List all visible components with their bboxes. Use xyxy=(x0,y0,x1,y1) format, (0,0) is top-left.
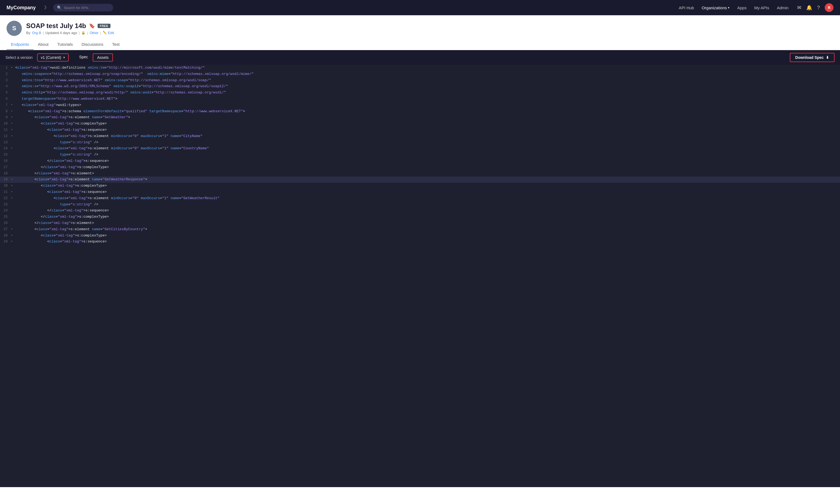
line-number: 19 xyxy=(0,177,11,182)
nav-organizations[interactable]: Organizations ▾ xyxy=(702,5,730,10)
line-content: </class="xml-tag">s:element> xyxy=(15,220,840,226)
line-number: 2 xyxy=(0,71,11,77)
dark-mode-toggle[interactable]: ☽ xyxy=(42,5,47,11)
line-number: 23 xyxy=(0,202,11,207)
collapse-toggle[interactable]: ▾ xyxy=(11,233,15,238)
code-line: 8▾ <class="xml-tag">s:schema elementForm… xyxy=(0,108,840,115)
line-content: <class="xml-tag">s:element name="GetWeat… xyxy=(15,177,840,182)
collapse-toggle[interactable]: ▾ xyxy=(11,65,15,70)
tab-tutorials[interactable]: Tutorials xyxy=(53,39,77,50)
code-line: 18 </class="xml-tag">s:element> xyxy=(0,170,840,177)
code-line: 26 </class="xml-tag">s:element> xyxy=(0,220,840,227)
org-link[interactable]: Org B xyxy=(32,31,41,35)
line-number: 13 xyxy=(0,140,11,145)
bell-icon[interactable]: 🔔 xyxy=(806,5,812,11)
code-line: 1▾<class="xml-tag">wsdl:definitions xmln… xyxy=(0,65,840,71)
line-content: <class="xml-tag">s:complexType> xyxy=(15,233,840,239)
line-content: xmlns:soapenc="http://schemas.xmlsoap.or… xyxy=(15,71,840,77)
line-content: xmlns:tns="http://www.webserviceX.NET" x… xyxy=(15,78,840,83)
bookmark-icon[interactable]: 🔖 xyxy=(89,23,95,29)
line-content: </class="xml-tag">s:sequence> xyxy=(15,158,840,164)
code-line: 17 </class="xml-tag">s:complexType> xyxy=(0,164,840,170)
line-content: <class="xml-tag">s:schema elementFormDef… xyxy=(15,109,840,114)
line-content: xmlns:http="http://schemas.xmlsoap.org/w… xyxy=(15,90,840,96)
collapse-toggle[interactable]: ▾ xyxy=(11,103,15,108)
api-header-top: S SOAP test July 14b 🔖 FREE By Org B | U… xyxy=(6,21,834,36)
api-title: SOAP test July 14b xyxy=(26,22,86,30)
email-icon[interactable]: ✉ xyxy=(797,5,801,11)
line-number: 10 xyxy=(0,121,11,126)
code-line: 14▾ <class="xml-tag">s:element minOccurs… xyxy=(0,145,840,152)
help-icon[interactable]: ? xyxy=(817,5,820,11)
tab-about[interactable]: About xyxy=(34,39,53,50)
line-content: <class="xml-tag">s:sequence> xyxy=(15,127,840,133)
line-spacer xyxy=(11,208,15,208)
nav-links: API Hub Organizations ▾ Apps My APIs Adm… xyxy=(679,5,788,10)
code-line: 2 xmlns:soapenc="http://schemas.xmlsoap.… xyxy=(0,71,840,77)
line-number: 17 xyxy=(0,165,11,170)
nav-admin[interactable]: Admin xyxy=(777,5,788,10)
chevron-down-icon: ▾ xyxy=(728,6,730,10)
line-content: </class="xml-tag">s:element> xyxy=(15,171,840,177)
collapse-toggle[interactable]: ▾ xyxy=(11,115,15,120)
collapse-toggle[interactable]: ▾ xyxy=(11,239,15,244)
code-line: 12▾ <class="xml-tag">s:element minOccurs… xyxy=(0,133,840,140)
line-number: 20 xyxy=(0,183,11,188)
line-number: 12 xyxy=(0,133,11,139)
avatar[interactable]: R xyxy=(825,3,834,12)
collapse-toggle[interactable]: ▾ xyxy=(11,133,15,139)
line-number: 6 xyxy=(0,96,11,102)
line-number: 7 xyxy=(0,103,11,108)
line-spacer xyxy=(11,202,15,202)
chevron-down-icon: ▾ xyxy=(63,56,65,59)
line-number: 24 xyxy=(0,208,11,213)
code-line: 11▾ <class="xml-tag">s:sequence> xyxy=(0,127,840,133)
code-line: 23 type="s:string" /> xyxy=(0,202,840,208)
line-content: xmlns:s="http://www.w3.org/2001/XMLSchem… xyxy=(15,84,840,89)
tab-endpoints[interactable]: Endpoints xyxy=(6,39,34,50)
search-input[interactable] xyxy=(64,6,107,10)
nav-api-hub[interactable]: API Hub xyxy=(679,5,694,10)
search-icon: 🔍 xyxy=(57,5,62,10)
tab-spec[interactable]: Spec xyxy=(75,53,92,61)
line-spacer xyxy=(11,158,15,159)
line-number: 16 xyxy=(0,158,11,164)
collapse-toggle[interactable]: ▾ xyxy=(11,146,15,151)
download-spec-button[interactable]: Download Spec ⬇ xyxy=(790,53,835,62)
collapse-toggle[interactable]: ▾ xyxy=(11,196,15,201)
collapse-toggle[interactable]: ▾ xyxy=(11,109,15,114)
api-title-row: SOAP test July 14b 🔖 FREE xyxy=(26,22,114,30)
nav-my-apis[interactable]: My APIs xyxy=(754,5,769,10)
tab-assets[interactable]: Assets xyxy=(93,53,113,61)
line-content: <class="xml-tag">wsdl:types> xyxy=(15,103,840,108)
api-header: S SOAP test July 14b 🔖 FREE By Org B | U… xyxy=(0,15,840,50)
code-line: 24 </class="xml-tag">s:sequence> xyxy=(0,208,840,214)
collapse-toggle[interactable]: ▾ xyxy=(11,227,15,232)
collapse-toggle[interactable]: ▾ xyxy=(11,190,15,195)
tab-test[interactable]: Test xyxy=(108,39,124,50)
visibility-link[interactable]: Other xyxy=(90,31,99,35)
line-number: 5 xyxy=(0,90,11,95)
brand-logo[interactable]: MyCompany xyxy=(6,5,36,11)
line-number: 29 xyxy=(0,239,11,245)
search-bar[interactable]: 🔍 xyxy=(53,4,113,12)
code-viewer: 1▾<class="xml-tag">wsdl:definitions xmln… xyxy=(0,65,840,487)
code-line: 10▾ <class="xml-tag">s:complexType> xyxy=(0,121,840,127)
version-dropdown[interactable]: v1 (Current) ▾ xyxy=(37,53,69,61)
tab-discussions[interactable]: Discussions xyxy=(77,39,108,50)
line-number: 27 xyxy=(0,227,11,232)
version-select-label: Select a version xyxy=(5,55,33,60)
line-spacer xyxy=(11,90,15,90)
collapse-toggle[interactable]: ▾ xyxy=(11,121,15,126)
line-spacer xyxy=(11,220,15,221)
code-line: 21▾ <class="xml-tag">s:sequence> xyxy=(0,189,840,195)
updated-text: Updated 4 days ago xyxy=(46,31,77,35)
code-line: 6 targetNamespace="http://www.webservice… xyxy=(0,96,840,102)
collapse-toggle[interactable]: ▾ xyxy=(11,127,15,132)
edit-link[interactable]: ✏️ Edit xyxy=(103,31,114,35)
line-spacer xyxy=(11,214,15,214)
collapse-toggle[interactable]: ▾ xyxy=(11,183,15,188)
collapse-toggle[interactable]: ▾ xyxy=(11,177,15,182)
api-title-area: SOAP test July 14b 🔖 FREE By Org B | Upd… xyxy=(26,22,114,35)
nav-apps[interactable]: Apps xyxy=(737,5,747,10)
